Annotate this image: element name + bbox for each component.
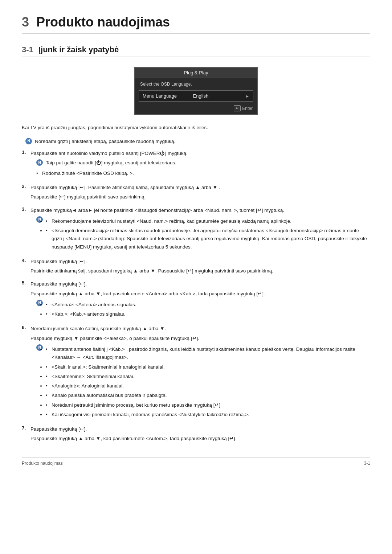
step-6-extra: Paspaudę mygtuką ▼ pasirinkite <Paieška>… [22,335,370,342]
note-icon: N [25,138,32,144]
step-1-number: 1. [22,149,28,155]
bullet-item-2: •<Skaitmeninė>: Skaitmeniniai kanalai. [46,373,370,381]
step-5: 5.Paspauskite mygtuką [↵].Paspauskite my… [22,280,370,320]
section-title-text: Įjunk ir žaisk ypatybė [38,45,119,54]
step-4-text: Paspauskite mygtuką [↵]. [30,258,370,266]
step-4-extra: Pasirinkite atitinkamą šalį, spausdami m… [22,267,370,275]
bullet-item: Rodoma žinutė <Pasirinkite OSD kalbą. >. [36,169,134,177]
step-2-text: Paspauskite mygtuką [↵]. Pasirinkite ati… [30,184,370,192]
step-2: 2.Paspauskite mygtuką [↵]. Pasirinkite a… [22,184,370,201]
step-1-sub-0: NTaip pat galite nauodti [⏻] mygtuką, es… [36,159,370,167]
step-5-subs: N•<Antena>: <Antena> antenos signalas.•<… [22,299,370,320]
sub-note-icon: N [36,159,43,166]
osd-footer: ↵ Enter [135,103,257,114]
bullet-item-3: •<Analoginė>: Analoginiai kanalai. [46,382,370,390]
step-5-extra: Paspauskite mygtuką ▲ arba ▼, kad pasiri… [22,290,370,298]
intro-text: Kai TV yra iš pradžių įjungtas, pagrindi… [22,124,370,132]
bullet-item-0: •Rekomenduojame televizoriui nustatyti <… [46,217,370,225]
osd-row-value: English [193,93,244,99]
step-3-text: Spauskite mygtuką◄ arba► jei norite pasi… [30,206,370,214]
step-3-number: 3. [22,206,28,212]
step-7: 7.Paspauskite mygtuką [↵].Paspauskite my… [22,425,370,443]
step-1-subs: NTaip pat galite nauodti [⏻] mygtuką, es… [22,159,370,178]
steps-container: 1.Paspauskite ant nuotolinio valdymo pul… [22,149,370,443]
bullet-item-6: •Kai išsaugomi visi prieinami kanalai, r… [46,411,370,419]
step-2-number: 2. [22,184,28,189]
osd-enter-icon: ↵ [234,105,241,111]
step-6-number: 6. [22,325,28,330]
osd-box: Plug & Play Select the OSD Language. Men… [134,67,258,115]
step-5-sub-0: N•<Antena>: <Antena> antenos signalas.•<… [36,299,370,320]
bullet-item-1: •<Skait. ir anal.>: Skaitmeniniai ir ana… [46,363,370,371]
osd-title: Plug & Play [135,68,257,78]
osd-language-row: Menu Language English ► [139,90,253,102]
bullet-item-1: •<Išsaugoti demonstraciją> režimas skirt… [46,227,370,251]
bullet-item-4: •Kanalo paieška automatiškai bus pradėta… [46,391,370,399]
note-return-block: N Norėdami grįžti į ankstesnį etapą, pas… [22,138,370,145]
step-7-number: 7. [22,425,28,431]
step-6-subs: N•Nustatant antenos šaltinį į <Kab.> , p… [22,344,370,420]
step-5-number: 5. [22,280,28,286]
step-1-sub-1: Rodoma žinutė <Pasirinkite OSD kalbą. >. [36,169,370,178]
sub-note-text: Taip pat galite nauodti [⏻] mygtuką, esa… [46,159,176,167]
osd-subtitle: Select the OSD Language. [135,78,257,89]
note-return-text: Norėdami grįžti į ankstesnį etapą, paspa… [35,138,175,145]
bullet-item-0: •Nustatant antenos šaltinį į <Kab.> , pa… [46,345,370,362]
step-3-subs: N•Rekomenduojame televizoriui nustatyti … [22,216,370,253]
step-4: 4.Paspauskite mygtuką [↵].Pasirinkite at… [22,258,370,275]
section-number: 3-1 [22,45,33,54]
footer-right: 3-1 [364,461,370,466]
step-2-extra: Paspauskite [↵] mygtuką patvirtinti savo… [22,193,370,201]
chapter-title: 3 Produkto naudojimas [22,15,370,34]
chapter-number: 3 [22,15,29,29]
sub-bullets-wrap: •Nustatant antenos šaltinį į <Kab.> , pa… [46,344,370,420]
step-6-text: Norėdami įsiminti kanalo šaltinį, spausk… [30,325,370,333]
step-7-text: Paspauskite mygtuką [↵]. [30,425,370,433]
step-1-text: Paspauskite ant nuotolinio valdymo pulte… [30,149,370,157]
step-5-text: Paspauskite mygtuką [↵]. [30,280,370,288]
osd-arrow-icon: ► [245,94,249,98]
bullet-item-0: •<Antena>: <Antena> antenos signalas. [46,301,136,309]
section-title: 3-1 Įjunk ir žaisk ypatybė [22,45,370,57]
footer-left: Produkto naudojimas [22,461,63,466]
step-7-extra: Paspauskite mygtuką ▲ arba ▼, kad pasiri… [22,435,370,443]
sub-bullets-wrap: •<Antena>: <Antena> antenos signalas.•<K… [46,299,136,320]
osd-container: Plug & Play Select the OSD Language. Men… [22,67,370,115]
bullet-item-1: •<Kab.>: <Kab.> antenos signalas. [46,310,136,318]
step-1: 1.Paspauskite ant nuotolinio valdymo pul… [22,149,370,178]
step-6: 6.Norėdami įsiminti kanalo šaltinį, spau… [22,325,370,420]
step-3: 3.Spauskite mygtuką◄ arba► jei norite pa… [22,206,370,253]
step-4-number: 4. [22,258,28,263]
bullet-item-5: •Norėdami petraukti įsiminimo procesą, b… [46,401,370,409]
step-6-sub-0: N•Nustatant antenos šaltinį į <Kab.> , p… [36,344,370,420]
chapter-title-text: Produkto naudojimas [36,15,170,29]
osd-enter-label: Enter [242,106,253,111]
step-3-sub-0: N•Rekomenduojame televizoriui nustatyti … [36,216,370,253]
osd-row-label: Menu Language [143,93,193,99]
sub-bullets-wrap: •Rekomenduojame televizoriui nustatyti <… [46,216,370,253]
footer-bar: Produkto naudojimas 3-1 [22,457,370,466]
